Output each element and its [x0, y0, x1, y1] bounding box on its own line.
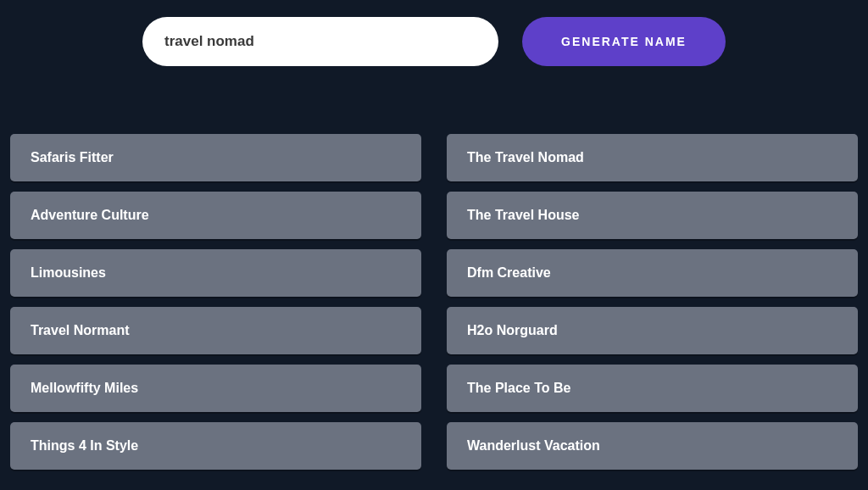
- result-card[interactable]: The Travel Nomad: [447, 134, 858, 181]
- keyword-input[interactable]: [142, 17, 498, 66]
- result-card[interactable]: Travel Normant: [10, 307, 421, 354]
- result-card[interactable]: Wanderlust Vacation: [447, 422, 858, 470]
- result-card[interactable]: Dfm Creative: [447, 249, 858, 297]
- result-card[interactable]: H2o Norguard: [447, 307, 858, 354]
- result-card[interactable]: Mellowfifty Miles: [10, 365, 421, 412]
- search-row: GENERATE NAME: [0, 0, 868, 134]
- result-card[interactable]: Limousines: [10, 249, 421, 297]
- result-card[interactable]: Adventure Culture: [10, 192, 421, 239]
- generate-name-button[interactable]: GENERATE NAME: [522, 17, 726, 66]
- result-card[interactable]: Safaris Fitter: [10, 134, 421, 181]
- result-card[interactable]: Things 4 In Style: [10, 422, 421, 470]
- result-card[interactable]: The Travel House: [447, 192, 858, 239]
- results-grid: Safaris Fitter The Travel Nomad Adventur…: [0, 134, 868, 470]
- result-card[interactable]: The Place To Be: [447, 365, 858, 412]
